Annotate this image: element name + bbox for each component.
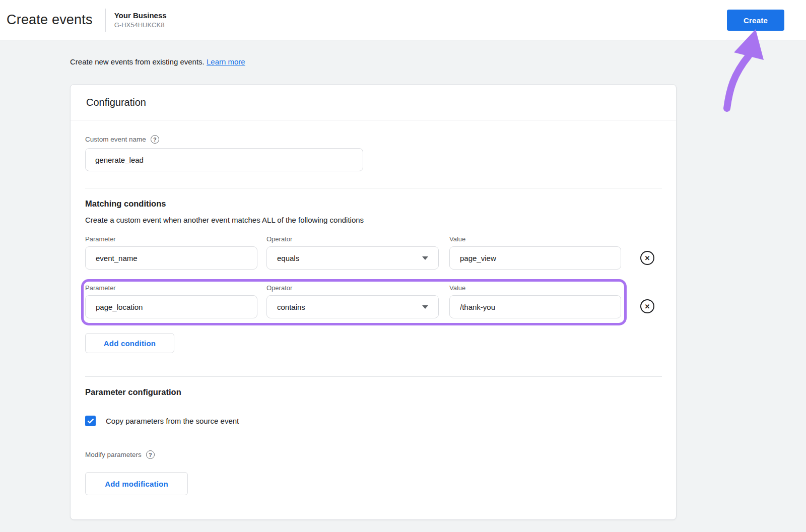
parameter-label: Parameter <box>85 284 257 292</box>
highlight-ring: Parameter Operator contains Value <box>81 279 627 325</box>
value-input[interactable] <box>449 246 621 270</box>
copy-parameters-label: Copy parameters from the source event <box>106 417 239 425</box>
operator-value: equals <box>277 254 299 262</box>
chevron-down-icon <box>422 305 428 309</box>
matching-conditions-subtitle: Create a custom event when another event… <box>85 216 662 224</box>
help-icon[interactable]: ? <box>146 450 155 459</box>
learn-more-link[interactable]: Learn more <box>207 57 245 66</box>
parameter-input[interactable] <box>85 295 257 318</box>
matching-conditions-title: Matching conditions <box>85 199 662 209</box>
operator-select[interactable]: contains <box>266 295 439 318</box>
operator-select[interactable]: equals <box>266 246 439 270</box>
condition-row: Parameter Operator contains Value <box>85 284 621 318</box>
operator-label: Operator <box>266 235 439 243</box>
property-selector[interactable]: Your Business G-HX54HUKCK8 <box>114 11 167 29</box>
section-divider <box>85 188 662 188</box>
value-label: Value <box>449 284 621 292</box>
intro-sentence: Create new events from existing events. <box>70 57 205 66</box>
create-button[interactable]: Create <box>727 10 784 31</box>
intro-text: Create new events from existing events. … <box>70 57 245 66</box>
add-modification-button[interactable]: Add modification <box>85 472 188 495</box>
card-title: Configuration <box>71 85 676 120</box>
chevron-down-icon <box>422 256 428 260</box>
custom-event-name-label: Custom event name <box>85 136 146 143</box>
business-name: Your Business <box>114 11 167 20</box>
parameter-input[interactable] <box>85 246 257 270</box>
header-divider <box>105 9 106 32</box>
help-icon[interactable]: ? <box>151 135 159 144</box>
condition-row: Parameter Operator equals Value ✕ <box>85 235 662 270</box>
value-input[interactable] <box>449 295 621 318</box>
remove-condition-icon[interactable]: ✕ <box>640 251 654 265</box>
checkmark-icon <box>87 418 94 424</box>
copy-parameters-checkbox[interactable] <box>85 416 96 426</box>
configuration-card: Configuration Custom event name ? Matchi… <box>70 84 677 520</box>
add-condition-button[interactable]: Add condition <box>85 333 174 353</box>
operator-value: contains <box>277 303 305 311</box>
modify-parameters-label: Modify parameters <box>85 451 142 458</box>
custom-event-name-input[interactable] <box>85 148 363 171</box>
value-label: Value <box>449 235 621 243</box>
remove-condition-icon[interactable]: ✕ <box>640 299 654 313</box>
condition-row-highlighted-wrapper: Parameter Operator contains Value <box>85 270 662 325</box>
parameter-label: Parameter <box>85 235 257 243</box>
operator-label: Operator <box>266 284 439 292</box>
property-id: G-HX54HUKCK8 <box>114 21 167 29</box>
section-divider <box>85 376 662 377</box>
page-title: Create events <box>7 12 93 28</box>
top-header: Create events Your Business G-HX54HUKCK8… <box>0 0 806 40</box>
parameter-configuration-title: Parameter configuration <box>85 387 662 397</box>
